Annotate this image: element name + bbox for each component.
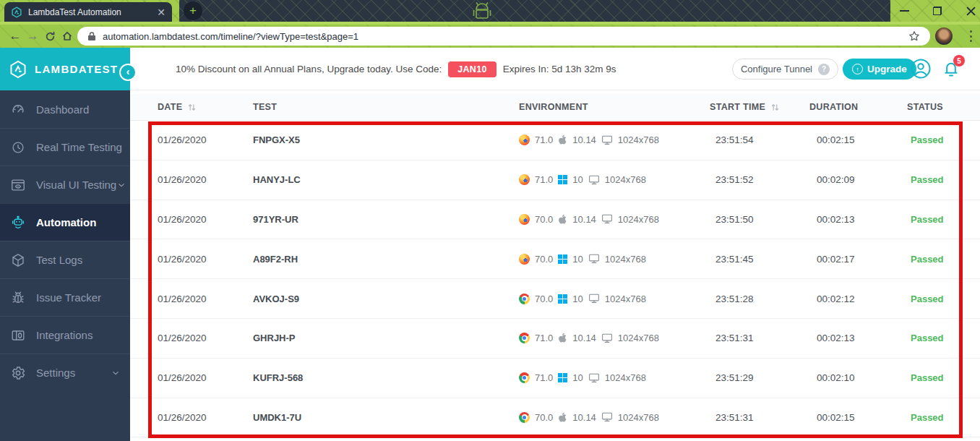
status-badge: Passed: [907, 294, 980, 304]
url-bar[interactable]: automation.lambdatest.com/timeline/?view…: [77, 27, 930, 46]
table-row[interactable]: 01/26/2020A89F2-RH70.0101024x76823:51:45…: [130, 239, 980, 279]
table-row[interactable]: 01/26/2020971YR-UR70.010.141024x76823:51…: [130, 200, 980, 240]
sidebar-menu: DashboardReal Time TestingVisual UI Test…: [0, 90, 130, 441]
table-row[interactable]: 01/26/2020GHRJH-P71.010.141024x76823:51:…: [130, 319, 980, 359]
apple-icon: [558, 412, 567, 423]
start-time: 23:51:54: [710, 134, 809, 145]
chrome-icon: [519, 372, 530, 383]
status-badge: Passed: [907, 333, 980, 343]
test-name[interactable]: HANYJ-LC: [253, 174, 519, 185]
monitor-icon: [601, 333, 613, 343]
table-row[interactable]: 01/26/2020UMDK1-7U70.010.141024x76823:51…: [130, 398, 980, 438]
apple-icon: [558, 333, 567, 343]
reload-icon[interactable]: [42, 29, 58, 43]
apple-icon: [558, 214, 567, 225]
browser-version: 70.0: [535, 412, 553, 423]
chrome-icon: [519, 333, 530, 343]
os-version: 10: [572, 372, 583, 383]
test-name[interactable]: KUFRJ-568: [253, 372, 519, 383]
test-name[interactable]: AVKOJ-S9: [253, 294, 519, 304]
chrome-icon: [519, 294, 530, 304]
sidebar-collapse-button[interactable]: ‹: [119, 64, 137, 81]
table-row[interactable]: 01/26/2020FNPGX-X571.010.141024x76823:51…: [130, 121, 980, 160]
chevron-down-icon: [110, 368, 121, 378]
os-version: 10.14: [572, 134, 596, 145]
user-account-icon[interactable]: [910, 58, 932, 80]
upgrade-arrow-icon: ↑: [852, 64, 863, 74]
upgrade-button[interactable]: ↑ Upgrade: [843, 59, 916, 80]
home-icon[interactable]: [59, 29, 75, 43]
browser-menu-icon[interactable]: [967, 29, 974, 43]
column-header-start-time[interactable]: START TIME: [710, 102, 809, 112]
monitor-icon: [588, 254, 600, 264]
test-name[interactable]: FNPGX-X5: [253, 134, 519, 145]
start-time: 23:51:31: [710, 333, 809, 343]
sidebar-item-real-time-testing[interactable]: Real Time Testing: [0, 128, 130, 166]
start-time: 23:51:50: [710, 214, 809, 225]
test-environment: 70.0101024x768: [519, 294, 710, 304]
test-date: 01/26/2020: [158, 214, 253, 225]
tests-table: DATETESTENVIRONMENTSTART TIMEDURATIONSTA…: [130, 90, 980, 441]
window-restore-button[interactable]: [929, 4, 945, 18]
apple-icon: [558, 134, 567, 145]
sidebar-item-issue-tracker[interactable]: Issue Tracker: [0, 278, 130, 316]
browser-version: 71.0: [535, 333, 553, 343]
test-name[interactable]: A89F2-RH: [253, 254, 519, 265]
test-name[interactable]: UMDK1-7U: [253, 412, 519, 423]
lambdatest-logo[interactable]: LAMBDATEST: [0, 48, 130, 90]
monitor-icon: [601, 214, 613, 224]
test-date: 01/26/2020: [158, 254, 253, 265]
browser-version: 70.0: [535, 254, 553, 265]
sidebar-item-visual-ui-testing[interactable]: Visual UI Testing: [0, 166, 130, 203]
table-row[interactable]: 01/26/2020AVKOJ-S970.0101024x76823:51:28…: [130, 279, 980, 319]
bookmark-star-icon[interactable]: [908, 30, 920, 42]
column-header-status: STATUS: [907, 102, 980, 112]
sidebar-item-test-logs[interactable]: Test Logs: [0, 241, 130, 278]
firefox-icon: [519, 214, 530, 225]
test-name[interactable]: GHRJH-P: [253, 333, 519, 343]
window-minimize-button[interactable]: [896, 4, 912, 18]
configure-tunnel-button[interactable]: Configure Tunnel ?: [732, 59, 838, 80]
sidebar-item-label: Visual UI Testing: [36, 179, 116, 191]
table-row[interactable]: 01/26/2020KUFRJ-56871.0101024x76823:51:2…: [130, 359, 980, 398]
test-name[interactable]: 971YR-UR: [253, 214, 519, 225]
android-robot-icon: [465, 0, 499, 20]
firefox-icon: [519, 174, 530, 185]
firefox-icon: [519, 134, 530, 145]
browser-tab[interactable]: LambdaTest Automation ✕: [4, 2, 172, 22]
test-environment: 70.010.141024x768: [519, 412, 710, 423]
os-version: 10.14: [572, 412, 596, 423]
help-icon[interactable]: ?: [818, 64, 830, 75]
duration: 00:02:12: [809, 294, 907, 304]
test-environment: 71.010.141024x768: [519, 333, 710, 343]
notifications-bell-icon[interactable]: 5: [941, 59, 961, 79]
window-close-button[interactable]: [963, 4, 979, 18]
monitor-icon: [601, 135, 613, 145]
column-header-date[interactable]: DATE: [158, 102, 253, 112]
browser-profile-avatar[interactable]: [935, 27, 953, 45]
lambdatest-favicon: [11, 7, 22, 18]
sidebar-item-dashboard[interactable]: Dashboard: [0, 90, 130, 128]
screen-resolution: 1024x768: [605, 254, 646, 265]
forward-icon[interactable]: →: [25, 29, 40, 43]
start-time: 23:51:31: [710, 412, 809, 423]
back-icon[interactable]: ←: [7, 29, 23, 43]
screen-resolution: 1024x768: [605, 372, 646, 383]
duration: 00:02:13: [809, 333, 907, 343]
tab-close-icon[interactable]: ✕: [157, 7, 166, 17]
upgrade-label: Upgrade: [867, 64, 907, 74]
os-version: 10: [572, 294, 583, 304]
sidebar-item-label: Automation: [36, 216, 121, 228]
sidebar-item-integrations[interactable]: Integrations: [0, 316, 130, 354]
screen-resolution: 1024x768: [618, 134, 659, 145]
promo-banner: 10% Discount on all Annual Plans, Upgrad…: [176, 48, 616, 90]
chevron-down-icon: [116, 180, 126, 190]
sidebar-item-automation[interactable]: Automation: [0, 203, 130, 241]
test-environment: 71.010.141024x768: [519, 134, 710, 145]
new-tab-button[interactable]: +: [184, 1, 202, 20]
dashboard-icon: [9, 100, 27, 118]
start-time: 23:51:45: [710, 254, 809, 265]
sidebar-item-label: Settings: [36, 367, 110, 379]
sidebar-item-settings[interactable]: Settings: [0, 354, 130, 391]
table-row[interactable]: 01/26/2020HANYJ-LC71.0101024x76823:51:52…: [130, 160, 980, 200]
